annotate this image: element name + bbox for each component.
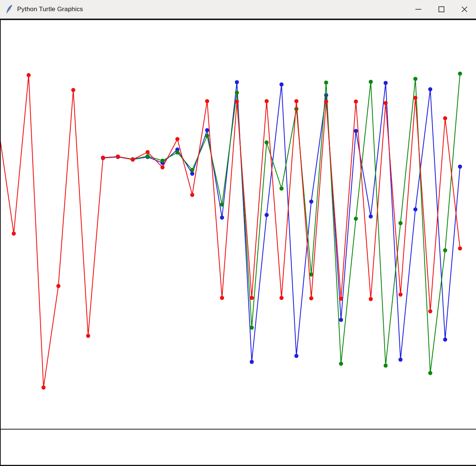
blue-series-point	[443, 338, 447, 342]
blue-series-point	[265, 213, 269, 217]
close-button[interactable]	[453, 0, 476, 19]
minimize-button[interactable]	[407, 0, 430, 19]
python-feather-icon	[5, 4, 13, 14]
line-plot	[0, 20, 476, 429]
blue-series-point	[339, 318, 343, 322]
red-series-point	[265, 99, 269, 103]
red-series-point	[324, 100, 328, 104]
red-series-point	[399, 293, 403, 297]
green-series-point	[399, 221, 403, 225]
red-series-point	[86, 334, 90, 338]
red-series-point	[443, 116, 447, 120]
green-series-point	[205, 134, 209, 138]
red-series-point	[384, 101, 388, 105]
green-series-point	[324, 81, 328, 85]
blue-series-line	[103, 82, 460, 362]
red-series-point	[309, 296, 313, 301]
red-series-point	[12, 232, 16, 236]
blue-series-point	[458, 165, 462, 169]
red-series-point	[42, 386, 46, 390]
blue-series-point	[280, 83, 284, 87]
blue-series-point	[384, 81, 388, 85]
red-series-point	[116, 155, 120, 159]
red-series-point	[414, 96, 418, 100]
green-series-point	[220, 203, 224, 207]
green-series-point	[146, 154, 150, 158]
red-series-point	[146, 150, 150, 154]
blue-series-point	[369, 215, 373, 219]
red-series-point	[190, 193, 194, 197]
green-series-line	[103, 74, 460, 373]
red-series-point	[27, 73, 31, 77]
green-series-point	[295, 107, 299, 111]
red-series-point	[339, 297, 343, 301]
minimize-icon	[414, 5, 422, 13]
green-series-point	[339, 362, 343, 366]
window-lower-strip	[0, 430, 476, 465]
blue-series-point	[220, 216, 224, 220]
green-series-point	[414, 77, 418, 81]
green-series-point	[280, 187, 284, 191]
turtle-canvas	[0, 20, 476, 429]
green-series-point	[190, 168, 194, 172]
green-series-point	[369, 80, 373, 84]
green-series-point	[161, 159, 165, 163]
blue-series-point	[428, 87, 432, 91]
green-series-point	[235, 91, 239, 95]
red-series-point	[57, 284, 61, 288]
green-series-point	[250, 326, 254, 330]
green-series-point	[176, 151, 180, 155]
green-series-point	[265, 141, 269, 145]
blue-series-point	[190, 172, 194, 176]
red-series-point	[220, 296, 224, 300]
green-series-point	[443, 248, 447, 253]
red-series-point	[205, 99, 209, 103]
blue-series-point	[205, 128, 209, 132]
red-series-point	[101, 156, 105, 160]
red-series-point	[176, 137, 180, 141]
red-series-point	[458, 247, 462, 251]
close-icon	[460, 5, 469, 13]
red-series-point	[354, 100, 358, 104]
red-series-point	[235, 100, 239, 104]
blue-series-point	[295, 354, 299, 358]
red-series-point	[295, 99, 299, 103]
green-series-point	[384, 364, 388, 368]
maximize-button[interactable]	[430, 0, 453, 19]
green-series-point	[458, 72, 462, 76]
red-series-point	[250, 296, 254, 300]
blue-series-point	[235, 80, 239, 84]
blue-series-point	[414, 208, 418, 212]
red-series-point	[428, 309, 432, 314]
window-title: Python Turtle Graphics	[17, 6, 83, 13]
blue-series-point	[309, 200, 313, 204]
green-series-point	[428, 371, 432, 375]
red-series-line	[0, 75, 460, 388]
titlebar[interactable]: Python Turtle Graphics	[0, 0, 476, 19]
red-series-point	[71, 88, 75, 92]
red-series-point	[280, 296, 284, 300]
maximize-icon	[437, 5, 446, 13]
red-series-point	[131, 158, 135, 162]
turtle-window: { "window": { "title": "Python Turtle Gr…	[0, 0, 476, 466]
blue-series-point	[354, 129, 358, 133]
red-series-point	[161, 165, 165, 170]
blue-series-point	[399, 358, 403, 362]
blue-series-point	[250, 360, 254, 364]
green-series-point	[354, 217, 358, 221]
red-series-point	[369, 297, 373, 301]
